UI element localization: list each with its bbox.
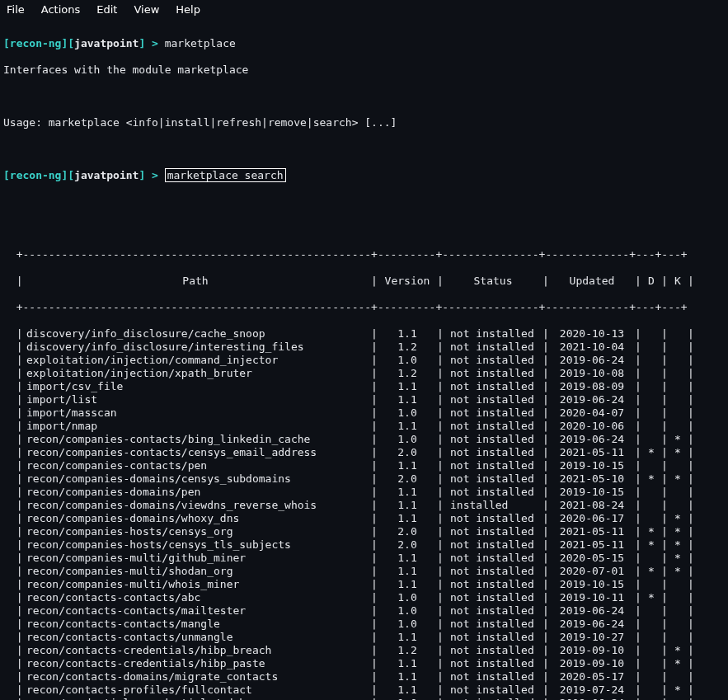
menu-help[interactable]: Help [176, 3, 200, 16]
cell-path: recon/companies-contacts/censys_email_ad… [20, 446, 371, 459]
cell-d: * [641, 472, 661, 486]
cell-path: recon/contacts-contacts/abc [20, 591, 371, 604]
cell-path: recon/companies-multi/shodan_org [20, 565, 371, 578]
cell-status: not installed [444, 591, 542, 604]
cell-d [641, 552, 661, 565]
cell-k [668, 393, 688, 406]
cell-status: not installed [444, 406, 542, 420]
cell-d [641, 684, 661, 697]
entered-command-1: marketplace [165, 37, 236, 49]
cell-status: not installed [444, 525, 542, 538]
cell-updated: 2019-07-24 [549, 684, 635, 697]
cell-path: recon/contacts-domains/migrate_contacts [20, 670, 371, 684]
cell-version: 1.1 [378, 327, 437, 341]
menu-actions[interactable]: Actions [41, 3, 81, 16]
prompt-line-2: [recon-ng][javatpoint] > marketplace sea… [3, 169, 725, 182]
cell-updated: 2021-10-04 [549, 341, 635, 354]
cell-updated: 2019-08-09 [549, 380, 635, 393]
cell-version: 1.2 [378, 341, 437, 354]
table-row: recon/companies-contacts/bing_linkedin_c… [3, 433, 725, 446]
terminal-output[interactable]: [recon-ng][javatpoint] > marketplace Int… [0, 22, 728, 700]
cell-status: not installed [444, 486, 542, 499]
cell-status: not installed [444, 354, 542, 367]
cell-path: recon/contacts-credentials/hibp_breach [20, 644, 371, 657]
cell-updated: 2020-05-17 [549, 670, 635, 684]
menu-file[interactable]: File [7, 3, 25, 16]
cell-version: 1.2 [378, 644, 437, 657]
cell-k [668, 341, 688, 354]
cell-d [641, 631, 661, 644]
cell-status: not installed [444, 367, 542, 380]
marketplace-desc: Interfaces with the module marketplace [3, 63, 725, 77]
cell-status: not installed [444, 393, 542, 406]
cell-k: * [668, 565, 688, 578]
cell-k [668, 459, 688, 472]
table-row: import/list1.1not installed2019-06-24 [3, 393, 725, 406]
cell-path: import/list [20, 393, 371, 406]
cell-k: * [668, 512, 688, 525]
cell-status: not installed [444, 380, 542, 393]
cell-d: * [641, 565, 661, 578]
cell-k [668, 604, 688, 618]
table-row: exploitation/injection/xpath_bruter1.2no… [3, 367, 725, 380]
cell-version: 1.1 [378, 420, 437, 433]
cell-path: recon/contacts-contacts/mangle [20, 618, 371, 631]
cell-updated: 2019-10-15 [549, 459, 635, 472]
cell-d [641, 657, 661, 670]
cell-d [641, 420, 661, 433]
cell-status: installed [444, 499, 542, 512]
cell-status: not installed [444, 657, 542, 670]
cell-version: 1.1 [378, 578, 437, 591]
table-border-top: +---------------------------------------… [3, 248, 725, 261]
cell-k: * [668, 538, 688, 552]
cell-path: recon/companies-domains/viewdns_reverse_… [20, 499, 371, 512]
cell-updated: 2019-09-10 [549, 657, 635, 670]
cell-status: not installed [444, 670, 542, 684]
cell-path: recon/companies-multi/github_miner [20, 552, 371, 565]
menu-edit[interactable]: Edit [96, 3, 117, 16]
cell-k: * [668, 552, 688, 565]
table-row: recon/contacts-profiles/fullcontact1.1no… [3, 684, 725, 697]
cell-version: 2.0 [378, 472, 437, 486]
cell-path: recon/companies-multi/whois_miner [20, 578, 371, 591]
cell-status: not installed [444, 512, 542, 525]
cell-version: 1.0 [378, 618, 437, 631]
cell-version: 1.0 [378, 591, 437, 604]
cell-d: * [641, 538, 661, 552]
table-row: discovery/info_disclosure/cache_snoop1.1… [3, 327, 725, 341]
cell-path: recon/companies-domains/censys_subdomain… [20, 472, 371, 486]
cell-version: 1.1 [378, 684, 437, 697]
cell-updated: 2019-06-24 [549, 393, 635, 406]
menubar: File Actions Edit View Help [0, 0, 728, 22]
cell-d [641, 486, 661, 499]
cell-version: 1.1 [378, 459, 437, 472]
cell-updated: 2020-10-13 [549, 327, 635, 341]
cell-k: * [668, 684, 688, 697]
cell-path: recon/companies-hosts/censys_org [20, 525, 371, 538]
cell-updated: 2019-06-24 [549, 618, 635, 631]
menu-view[interactable]: View [134, 3, 159, 16]
table-row: recon/companies-contacts/pen1.1not insta… [3, 459, 725, 472]
cell-path: import/masscan [20, 406, 371, 420]
cell-version: 1.1 [378, 499, 437, 512]
cell-d [641, 670, 661, 684]
cell-status: not installed [444, 341, 542, 354]
table-row: recon/contacts-contacts/mangle1.0not ins… [3, 618, 725, 631]
table-row: recon/contacts-contacts/mailtester1.0not… [3, 604, 725, 618]
table-row: recon/companies-domains/censys_subdomain… [3, 472, 725, 486]
cell-version: 2.0 [378, 525, 437, 538]
col-hdr-d: D [641, 275, 661, 288]
cell-path: discovery/info_disclosure/cache_snoop [20, 327, 371, 341]
cell-status: not installed [444, 433, 542, 446]
cell-status: not installed [444, 472, 542, 486]
cell-updated: 2019-09-10 [549, 644, 635, 657]
cell-k [668, 578, 688, 591]
cell-version: 1.0 [378, 354, 437, 367]
cell-d [641, 512, 661, 525]
cell-k: * [668, 525, 688, 538]
cell-status: not installed [444, 697, 542, 700]
cell-k [668, 591, 688, 604]
cell-status: not installed [444, 565, 542, 578]
entered-command-2: marketplace search [165, 168, 286, 182]
cell-path: import/csv_file [20, 380, 371, 393]
